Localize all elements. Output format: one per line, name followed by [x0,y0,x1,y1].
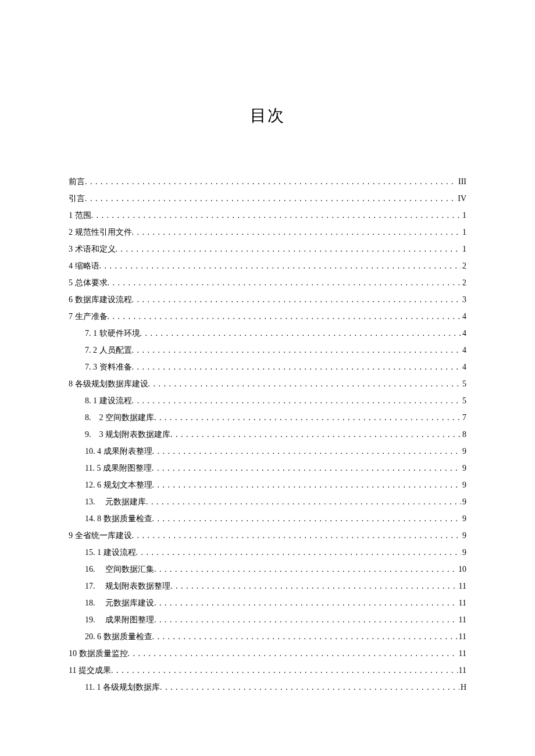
toc-leader-dots [132,342,462,359]
toc-entry-label: 8. 2 空间数据建库 [85,409,154,426]
toc-leader-dots [132,527,462,544]
toc-entry: 10 数据质量监控11 [69,645,466,662]
toc-entry-label: 10. 4 成果附表整理 [85,443,152,460]
toc-entry-page: 4 [461,325,466,342]
toc-entry: 6 数据库建设流程3 [69,291,466,308]
toc-entry-page: 9 [461,443,466,460]
toc-entry: 引言IV [69,190,466,207]
toc-entry-label: 14. 8 数据质量检查 [85,510,152,527]
toc-entry-label: 2 规范性引用文件 [69,224,132,241]
toc-entry: 8. 1 建设流程5 [69,392,466,409]
toc-entry: 15. 1 建设流程9 [69,544,466,561]
toc-leader-dots [136,544,462,561]
toc-entry-label: 9 全省统一库建设 [69,527,132,544]
toc-leader-dots [128,645,458,662]
toc-entry-label: 8. 1 建设流程 [85,392,132,409]
toc-entry-label: 6 数据库建设流程 [69,291,132,308]
toc-entry: 3 术语和定义1 [69,241,466,257]
toc-entry: 7. 1 软硬件环境4 [69,325,466,342]
toc-entry-label: 7. 1 软硬件环境 [85,325,140,342]
toc-leader-dots [146,493,461,510]
toc-entry-page: 1 [461,207,466,224]
toc-entry-label: 5 总体要求 [69,274,108,291]
toc-entry-page: 11 [458,578,466,594]
toc-entry-page: 11 [458,645,466,662]
toc-entry-label: 16. 空间数据汇集 [85,561,154,578]
toc-entry-page: 2 [461,257,466,274]
toc-leader-dots [152,443,462,460]
toc-entry: 17. 规划附表数据整理11 [69,578,466,594]
toc-entry-label: 19. 成果附图整理 [85,611,154,628]
toc-entry: 9 全省统一库建设9 [69,527,466,544]
toc-leader-dots [85,173,457,190]
toc-entry-page: 11 [458,611,466,628]
toc-entry-label: 4 缩略语 [69,257,99,274]
toc-entry-label: 11 提交成果 [69,662,111,679]
toc-leader-dots [91,207,462,224]
toc-entry-label: 1 范围 [69,207,91,224]
toc-entry: 8 各级规划数据库建设5 [69,375,466,392]
toc-leader-dots [111,662,458,679]
toc-leader-dots [154,611,458,628]
toc-entry: 13. 元数据建库9 [69,493,466,510]
toc-entry: 7 生产准备4 [69,308,466,325]
toc-leader-dots [160,679,459,696]
toc-entry-page: 5 [461,392,466,409]
toc-entry: 19. 成果附图整理11 [69,611,466,628]
toc-entry: 12. 6 规划文本整理9 [69,476,466,493]
toc-leader-dots [132,291,462,308]
toc-entry: 20. 6 数据质量检查11 [69,628,466,645]
toc-entry-page: 9 [461,493,466,510]
toc-entry-label: 13. 元数据建库 [85,493,146,510]
toc-entry-label: 7. 2 人员配置 [85,342,132,359]
toc-entry-label: 10 数据质量监控 [69,645,128,662]
toc-entry: 8. 2 空间数据建库7 [69,409,466,426]
toc-leader-dots [116,241,462,257]
toc-leader-dots [140,325,462,342]
toc-leader-dots [152,628,458,645]
toc-entry-page: 9 [461,544,466,561]
toc-entry-label: 11. 5 成果附图整理 [85,460,152,476]
toc-entry-page: 4 [461,308,466,325]
toc-leader-dots [132,359,462,375]
toc-entry: 2 规范性引用文件1 [69,224,466,241]
toc-entry: 4 缩略语2 [69,257,466,274]
toc-leader-dots [154,561,457,578]
toc-leader-dots [152,476,462,493]
toc-entry: 5 总体要求2 [69,274,466,291]
toc-entry-label: 18. 元数据库建设 [85,594,154,611]
toc-leader-dots [85,190,456,207]
toc-leader-dots [170,426,461,443]
page-title: 目次 [69,105,466,127]
toc-entry: 11. 1 各级规划数据库H [69,679,466,696]
toc-leader-dots [152,460,461,476]
toc-entry: 7. 3 资料准备4 [69,359,466,375]
toc-entry: 1 范围1 [69,207,466,224]
toc-entry-page: 3 [461,291,466,308]
toc-entry: 10. 4 成果附表整理9 [69,443,466,460]
toc-entry-label: 7. 3 资料准备 [85,359,132,375]
toc-entry-label: 17. 规划附表数据整理 [85,578,170,594]
toc-entry-page: 4 [461,342,466,359]
toc-entry-page: IV [456,190,466,207]
toc-entry-label: 9. 3 规划附表数据建库 [85,426,170,443]
toc-entry: 7. 2 人员配置4 [69,342,466,359]
toc-leader-dots [154,409,461,426]
toc-entry-page: 1 [461,224,466,241]
toc-leader-dots [108,274,462,291]
toc-entry-label: 3 术语和定义 [69,241,116,257]
toc-leader-dots [170,578,458,594]
toc-entry-label: 15. 1 建设流程 [85,544,136,561]
toc-entry-page: 10 [457,561,466,578]
toc-entry: 16. 空间数据汇集10 [69,561,466,578]
toc-entry-page: 9 [461,460,466,476]
toc-entry-page: III [457,173,466,190]
toc-entry-page: 4 [461,359,466,375]
toc-entry-page: 5 [461,375,466,392]
table-of-contents: 前言III引言IV1 范围12 规范性引用文件13 术语和定义14 缩略语25 … [69,173,466,696]
toc-entry: 14. 8 数据质量检查9 [69,510,466,527]
toc-entry-page: 1 [461,241,466,257]
toc-leader-dots [108,308,462,325]
toc-entry-page: 9 [461,476,466,493]
toc-entry-label: 引言 [69,190,85,207]
